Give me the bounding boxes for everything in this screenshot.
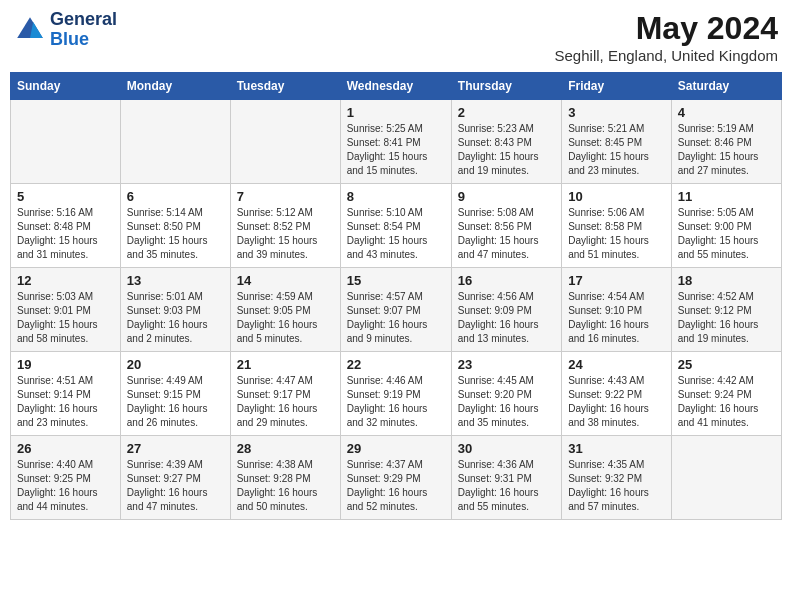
day-cell: 22Sunrise: 4:46 AM Sunset: 9:19 PM Dayli… [340, 352, 451, 436]
day-header-friday: Friday [562, 73, 672, 100]
day-info: Sunrise: 5:10 AM Sunset: 8:54 PM Dayligh… [347, 206, 445, 262]
week-row-4: 19Sunrise: 4:51 AM Sunset: 9:14 PM Dayli… [11, 352, 782, 436]
logo-icon [14, 14, 46, 46]
day-cell: 29Sunrise: 4:37 AM Sunset: 9:29 PM Dayli… [340, 436, 451, 520]
day-info: Sunrise: 4:40 AM Sunset: 9:25 PM Dayligh… [17, 458, 114, 514]
day-number: 20 [127, 357, 224, 372]
day-info: Sunrise: 4:43 AM Sunset: 9:22 PM Dayligh… [568, 374, 665, 430]
day-cell [671, 436, 781, 520]
logo-text: General Blue [50, 10, 117, 50]
day-info: Sunrise: 5:01 AM Sunset: 9:03 PM Dayligh… [127, 290, 224, 346]
day-info: Sunrise: 4:36 AM Sunset: 9:31 PM Dayligh… [458, 458, 555, 514]
day-cell: 21Sunrise: 4:47 AM Sunset: 9:17 PM Dayli… [230, 352, 340, 436]
day-info: Sunrise: 5:08 AM Sunset: 8:56 PM Dayligh… [458, 206, 555, 262]
week-row-2: 5Sunrise: 5:16 AM Sunset: 8:48 PM Daylig… [11, 184, 782, 268]
day-number: 16 [458, 273, 555, 288]
day-cell: 28Sunrise: 4:38 AM Sunset: 9:28 PM Dayli… [230, 436, 340, 520]
day-number: 21 [237, 357, 334, 372]
day-cell: 15Sunrise: 4:57 AM Sunset: 9:07 PM Dayli… [340, 268, 451, 352]
day-info: Sunrise: 4:59 AM Sunset: 9:05 PM Dayligh… [237, 290, 334, 346]
day-cell: 24Sunrise: 4:43 AM Sunset: 9:22 PM Dayli… [562, 352, 672, 436]
week-row-1: 1Sunrise: 5:25 AM Sunset: 8:41 PM Daylig… [11, 100, 782, 184]
day-info: Sunrise: 4:57 AM Sunset: 9:07 PM Dayligh… [347, 290, 445, 346]
day-info: Sunrise: 5:14 AM Sunset: 8:50 PM Dayligh… [127, 206, 224, 262]
title-section: May 2024 Seghill, England, United Kingdo… [555, 10, 778, 64]
day-number: 13 [127, 273, 224, 288]
logo: General Blue [14, 10, 117, 50]
day-cell: 17Sunrise: 4:54 AM Sunset: 9:10 PM Dayli… [562, 268, 672, 352]
day-cell: 14Sunrise: 4:59 AM Sunset: 9:05 PM Dayli… [230, 268, 340, 352]
day-number: 30 [458, 441, 555, 456]
day-number: 6 [127, 189, 224, 204]
day-header-monday: Monday [120, 73, 230, 100]
day-info: Sunrise: 5:05 AM Sunset: 9:00 PM Dayligh… [678, 206, 775, 262]
day-number: 24 [568, 357, 665, 372]
day-cell: 2Sunrise: 5:23 AM Sunset: 8:43 PM Daylig… [451, 100, 561, 184]
day-cell: 8Sunrise: 5:10 AM Sunset: 8:54 PM Daylig… [340, 184, 451, 268]
day-info: Sunrise: 4:47 AM Sunset: 9:17 PM Dayligh… [237, 374, 334, 430]
day-number: 4 [678, 105, 775, 120]
day-info: Sunrise: 4:52 AM Sunset: 9:12 PM Dayligh… [678, 290, 775, 346]
day-number: 3 [568, 105, 665, 120]
day-number: 22 [347, 357, 445, 372]
day-header-tuesday: Tuesday [230, 73, 340, 100]
day-number: 9 [458, 189, 555, 204]
day-cell: 1Sunrise: 5:25 AM Sunset: 8:41 PM Daylig… [340, 100, 451, 184]
day-number: 26 [17, 441, 114, 456]
day-cell: 7Sunrise: 5:12 AM Sunset: 8:52 PM Daylig… [230, 184, 340, 268]
day-number: 5 [17, 189, 114, 204]
day-info: Sunrise: 4:56 AM Sunset: 9:09 PM Dayligh… [458, 290, 555, 346]
day-info: Sunrise: 4:54 AM Sunset: 9:10 PM Dayligh… [568, 290, 665, 346]
day-number: 15 [347, 273, 445, 288]
day-info: Sunrise: 5:19 AM Sunset: 8:46 PM Dayligh… [678, 122, 775, 178]
day-info: Sunrise: 5:03 AM Sunset: 9:01 PM Dayligh… [17, 290, 114, 346]
day-cell: 23Sunrise: 4:45 AM Sunset: 9:20 PM Dayli… [451, 352, 561, 436]
location: Seghill, England, United Kingdom [555, 47, 778, 64]
day-cell: 9Sunrise: 5:08 AM Sunset: 8:56 PM Daylig… [451, 184, 561, 268]
day-number: 27 [127, 441, 224, 456]
day-info: Sunrise: 5:21 AM Sunset: 8:45 PM Dayligh… [568, 122, 665, 178]
day-number: 8 [347, 189, 445, 204]
day-cell: 6Sunrise: 5:14 AM Sunset: 8:50 PM Daylig… [120, 184, 230, 268]
day-number: 18 [678, 273, 775, 288]
day-info: Sunrise: 5:25 AM Sunset: 8:41 PM Dayligh… [347, 122, 445, 178]
week-row-3: 12Sunrise: 5:03 AM Sunset: 9:01 PM Dayli… [11, 268, 782, 352]
day-cell: 10Sunrise: 5:06 AM Sunset: 8:58 PM Dayli… [562, 184, 672, 268]
day-info: Sunrise: 4:46 AM Sunset: 9:19 PM Dayligh… [347, 374, 445, 430]
day-number: 14 [237, 273, 334, 288]
page-header: General Blue May 2024 Seghill, England, … [10, 10, 782, 64]
day-cell: 30Sunrise: 4:36 AM Sunset: 9:31 PM Dayli… [451, 436, 561, 520]
day-number: 11 [678, 189, 775, 204]
day-cell: 26Sunrise: 4:40 AM Sunset: 9:25 PM Dayli… [11, 436, 121, 520]
day-cell: 4Sunrise: 5:19 AM Sunset: 8:46 PM Daylig… [671, 100, 781, 184]
day-header-thursday: Thursday [451, 73, 561, 100]
day-cell: 25Sunrise: 4:42 AM Sunset: 9:24 PM Dayli… [671, 352, 781, 436]
calendar-body: 1Sunrise: 5:25 AM Sunset: 8:41 PM Daylig… [11, 100, 782, 520]
day-info: Sunrise: 4:42 AM Sunset: 9:24 PM Dayligh… [678, 374, 775, 430]
day-cell [120, 100, 230, 184]
day-cell: 16Sunrise: 4:56 AM Sunset: 9:09 PM Dayli… [451, 268, 561, 352]
day-info: Sunrise: 4:38 AM Sunset: 9:28 PM Dayligh… [237, 458, 334, 514]
day-cell: 19Sunrise: 4:51 AM Sunset: 9:14 PM Dayli… [11, 352, 121, 436]
day-number: 25 [678, 357, 775, 372]
day-cell: 31Sunrise: 4:35 AM Sunset: 9:32 PM Dayli… [562, 436, 672, 520]
day-cell: 13Sunrise: 5:01 AM Sunset: 9:03 PM Dayli… [120, 268, 230, 352]
day-header-sunday: Sunday [11, 73, 121, 100]
day-header-saturday: Saturday [671, 73, 781, 100]
day-cell: 18Sunrise: 4:52 AM Sunset: 9:12 PM Dayli… [671, 268, 781, 352]
day-cell: 3Sunrise: 5:21 AM Sunset: 8:45 PM Daylig… [562, 100, 672, 184]
day-info: Sunrise: 5:23 AM Sunset: 8:43 PM Dayligh… [458, 122, 555, 178]
day-cell [11, 100, 121, 184]
day-cell [230, 100, 340, 184]
day-cell: 27Sunrise: 4:39 AM Sunset: 9:27 PM Dayli… [120, 436, 230, 520]
day-number: 7 [237, 189, 334, 204]
day-cell: 12Sunrise: 5:03 AM Sunset: 9:01 PM Dayli… [11, 268, 121, 352]
day-number: 28 [237, 441, 334, 456]
day-info: Sunrise: 5:12 AM Sunset: 8:52 PM Dayligh… [237, 206, 334, 262]
day-cell: 20Sunrise: 4:49 AM Sunset: 9:15 PM Dayli… [120, 352, 230, 436]
day-number: 23 [458, 357, 555, 372]
month-year: May 2024 [555, 10, 778, 47]
day-info: Sunrise: 4:51 AM Sunset: 9:14 PM Dayligh… [17, 374, 114, 430]
day-number: 12 [17, 273, 114, 288]
day-headers-row: SundayMondayTuesdayWednesdayThursdayFrid… [11, 73, 782, 100]
